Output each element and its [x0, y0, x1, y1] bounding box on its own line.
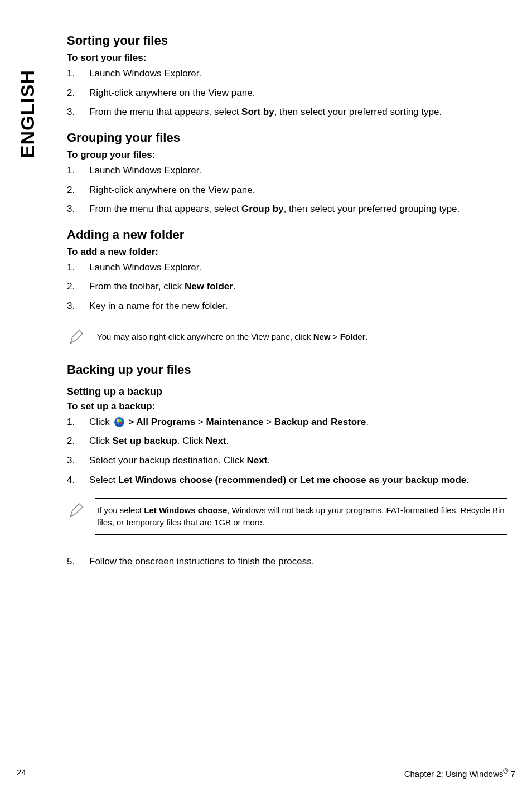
text: > [263, 417, 274, 427]
list-text: From the menu that appears, select Group… [89, 202, 507, 216]
list-item: 3. From the menu that appears, select So… [67, 105, 507, 119]
list-text: From the toolbar, click New folder. [89, 280, 507, 294]
list-item: 4. Select Let Windows choose (recommende… [67, 474, 507, 487]
side-tab-language: ENGLISH [17, 70, 38, 158]
list-text: Right-click anywhere on the View pane. [89, 86, 507, 100]
text: > [195, 417, 206, 427]
list-text: Right-click anywhere on the View pane. [89, 183, 507, 197]
bold-text: Folder [340, 332, 366, 341]
list-item: 2. Click Set up backup. Click Next. [67, 434, 507, 448]
pencil-note-icon [67, 325, 95, 349]
list-item: 2. Right-click anywhere on the View pane… [67, 86, 507, 100]
text: Click [89, 436, 113, 446]
text: , then select your preferred sorting typ… [274, 107, 442, 117]
note-text: You may also right-click anywhere on the… [95, 325, 507, 349]
text: . Click [177, 436, 206, 446]
list-text: Click > All Programs > Maintenance > Bac… [89, 416, 507, 429]
list-item: 1. Launch Windows Explorer. [67, 261, 507, 275]
list-item: 1. Launch Windows Explorer. [67, 164, 507, 178]
list-text: Key in a name for the new folder. [89, 299, 507, 313]
svg-rect-3 [117, 422, 119, 424]
list-number: 1. [67, 67, 89, 81]
bold-text: Let Windows choose [144, 505, 227, 515]
list-item: 2. Right-click anywhere on the View pane… [67, 183, 507, 197]
heading-backing: Backing up your files [67, 363, 507, 377]
heading-adding: Adding a new folder [67, 228, 507, 242]
bold-text: Sort by [241, 107, 274, 117]
list-text: Launch Windows Explorer. [89, 67, 507, 81]
heading-grouping: Grouping your files [67, 131, 507, 145]
bold-text: New [313, 332, 331, 341]
bold-text: > All Programs [126, 417, 196, 427]
page-content: Sorting your files To sort your files: 1… [67, 33, 507, 579]
list-text: Select Let Windows choose (recommended) … [89, 474, 507, 487]
svg-rect-4 [119, 422, 122, 424]
subheading-setup: To set up a backup: [67, 401, 507, 412]
list-item: 3. Select your backup destination. Click… [67, 454, 507, 468]
text: If you select [97, 505, 144, 515]
svg-rect-1 [117, 419, 119, 422]
text: Chapter 2: Using Windows [404, 769, 504, 779]
subheading-setting-backup: Setting up a backup [67, 386, 507, 398]
text: From the toolbar, click [89, 281, 185, 292]
list-number: 2. [67, 280, 89, 294]
subheading-add: To add a new folder: [67, 247, 507, 258]
list-text: From the menu that appears, select Sort … [89, 105, 507, 119]
text: Select [89, 475, 118, 485]
subheading-sort: To sort your files: [67, 52, 507, 64]
list-sorting: 1. Launch Windows Explorer. 2. Right-cli… [67, 67, 507, 119]
list-number: 3. [67, 454, 89, 468]
text: . [226, 436, 229, 446]
text: . [366, 332, 368, 341]
list-number: 3. [67, 105, 89, 119]
bold-text: New folder [185, 281, 233, 292]
bold-text: Let Windows choose (recommended) [118, 475, 286, 485]
list-grouping: 1. Launch Windows Explorer. 2. Right-cli… [67, 164, 507, 216]
bold-text: Let me choose as your backup mode [300, 475, 467, 485]
bold-text: Next [206, 436, 226, 446]
bold-text: Next [247, 455, 268, 466]
chapter-label: Chapter 2: Using Windows® 7 [404, 767, 515, 779]
list-number: 1. [67, 261, 89, 275]
list-item: 1. Launch Windows Explorer. [67, 67, 507, 81]
text: . [466, 475, 469, 485]
text: or [286, 475, 300, 485]
page-number: 24 [17, 767, 26, 779]
svg-rect-2 [119, 419, 122, 422]
text: From the menu that appears, select [89, 204, 241, 214]
note-block: If you select Let Windows choose, Window… [67, 498, 507, 535]
list-item: 5. Follow the onscreen instructions to f… [67, 555, 507, 569]
text: You may also right-click anywhere on the… [97, 332, 313, 341]
list-adding: 1. Launch Windows Explorer. 2. From the … [67, 261, 507, 313]
list-number: 3. [67, 202, 89, 216]
subheading-group: To group your files: [67, 149, 507, 161]
list-backup: 1. Click > All Programs > Maintenance > … [67, 416, 507, 487]
list-number: 4. [67, 474, 89, 487]
note-block: You may also right-click anywhere on the… [67, 325, 507, 349]
list-text: Launch Windows Explorer. [89, 261, 507, 275]
bold-text: Maintenance [206, 417, 264, 427]
note-text: If you select Let Windows choose, Window… [95, 498, 507, 535]
list-number: 5. [67, 555, 89, 569]
text: . [366, 417, 369, 427]
list-item: 3. Key in a name for the new folder. [67, 299, 507, 313]
list-text: Click Set up backup. Click Next. [89, 434, 507, 448]
bold-text: Set up backup [113, 436, 177, 446]
page-footer: 24 Chapter 2: Using Windows® 7 [17, 767, 515, 779]
list-text: Select your backup destination. Click Ne… [89, 454, 507, 468]
list-number: 2. [67, 434, 89, 448]
list-text: Launch Windows Explorer. [89, 164, 507, 178]
list-number: 1. [67, 416, 89, 429]
list-number: 1. [67, 164, 89, 178]
list-item: 2. From the toolbar, click New folder. [67, 280, 507, 294]
list-number: 2. [67, 86, 89, 100]
heading-sorting: Sorting your files [67, 33, 507, 48]
list-text: Follow the onscreen instructions to fini… [89, 555, 507, 569]
text: Click [89, 417, 113, 427]
text: , then select your preferred grouping ty… [284, 204, 460, 214]
list-item: 1. Click > All Programs > Maintenance > … [67, 416, 507, 429]
text: From the menu that appears, select [89, 107, 241, 117]
windows-start-icon [114, 417, 125, 428]
list-item: 3. From the menu that appears, select Gr… [67, 202, 507, 216]
text: . [233, 281, 236, 292]
